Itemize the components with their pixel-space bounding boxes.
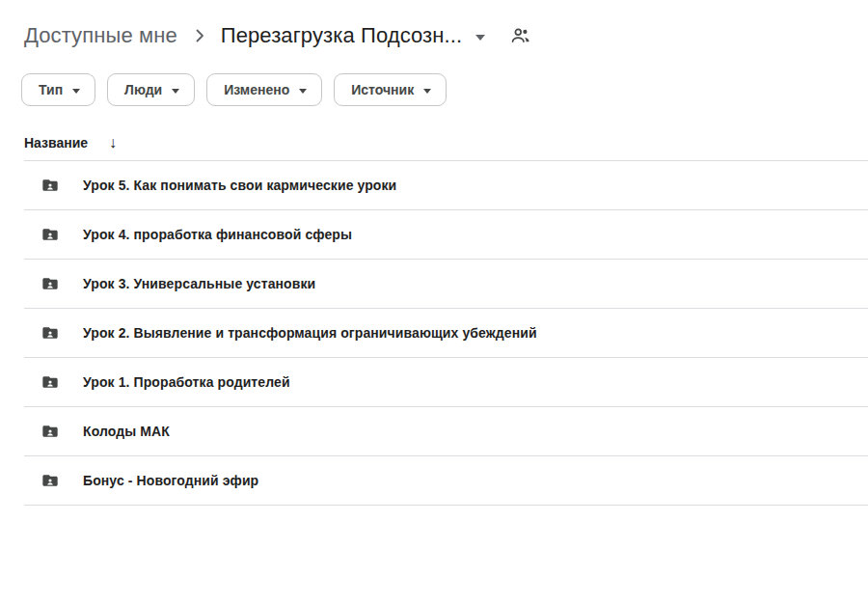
folder-row[interactable]: Бонус - Новогодний эфир xyxy=(24,456,868,506)
page-title: Перезагрузка Подсозн... xyxy=(221,23,462,48)
caret-down-icon xyxy=(172,89,179,94)
folder-name: Урок 1. Проработка родителей xyxy=(83,374,290,390)
people-icon[interactable] xyxy=(510,25,531,46)
folder-name: Урок 5. Как понимать свои кармические ур… xyxy=(83,178,396,193)
filter-chip-label: Тип xyxy=(39,82,63,97)
filter-chip-label: Источник xyxy=(351,82,414,97)
folder-list: Урок 5. Как понимать свои кармические ур… xyxy=(24,160,868,506)
caret-down-icon xyxy=(72,89,80,94)
folder-name: Бонус - Новогодний эфир xyxy=(83,473,258,488)
folder-row[interactable]: Урок 5. Как понимать свои кармические ур… xyxy=(24,161,868,210)
filter-chip-people[interactable]: Люди xyxy=(107,73,195,106)
folder-name: Урок 4. проработка финансовой сферы xyxy=(83,227,352,242)
folder-row[interactable]: Колоды МАК xyxy=(24,407,868,456)
caret-down-icon xyxy=(475,35,485,41)
folder-name: Урок 3. Универсальные установки xyxy=(83,276,315,291)
folder-row[interactable]: Урок 3. Универсальные установки xyxy=(24,260,868,309)
shared-folder-icon xyxy=(41,422,60,441)
breadcrumb-shared-with-me[interactable]: Доступные мне xyxy=(24,23,177,48)
chevron-right-icon xyxy=(195,28,205,43)
shared-folder-icon xyxy=(41,274,60,293)
breadcrumb-current-folder[interactable]: Перезагрузка Подсозн... xyxy=(221,23,485,48)
breadcrumb: Доступные мне Перезагрузка Подсозн... xyxy=(24,21,844,50)
folder-row[interactable]: Урок 2. Выявление и трансформация ограни… xyxy=(24,309,868,358)
shared-folder-icon xyxy=(41,176,60,195)
shared-folder-icon xyxy=(41,372,60,392)
folder-row[interactable]: Урок 1. Проработка родителей xyxy=(24,358,868,407)
folder-name: Урок 2. Выявление и трансформация ограни… xyxy=(83,325,537,341)
shared-folder-icon xyxy=(41,323,60,343)
folder-name: Колоды МАК xyxy=(83,424,170,439)
filter-chip-label: Изменено xyxy=(224,82,289,97)
filter-chip-type[interactable]: Тип xyxy=(21,73,95,106)
caret-down-icon xyxy=(423,89,431,94)
shared-folder-icon xyxy=(41,225,60,244)
column-header-name[interactable]: Название xyxy=(24,135,88,151)
shared-folder-icon xyxy=(41,471,60,490)
folder-row[interactable]: Урок 4. проработка финансовой сферы xyxy=(24,210,868,260)
list-header: Название ↓ xyxy=(24,125,868,160)
filter-bar: Тип Люди Изменено Источник xyxy=(21,73,868,106)
filter-chip-source[interactable]: Источник xyxy=(334,73,447,106)
filter-chip-label: Люди xyxy=(124,82,162,97)
sort-descending-icon[interactable]: ↓ xyxy=(109,134,117,151)
caret-down-icon xyxy=(299,89,307,94)
filter-chip-modified[interactable]: Изменено xyxy=(206,73,322,106)
